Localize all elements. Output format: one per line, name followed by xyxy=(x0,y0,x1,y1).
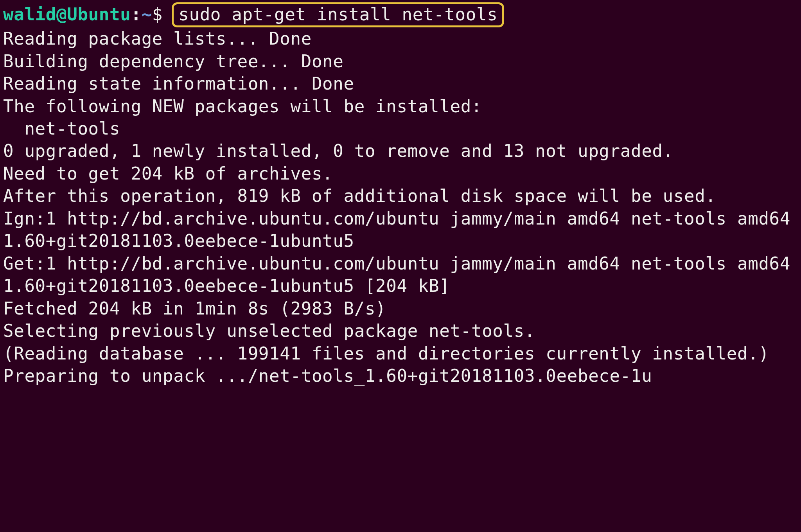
terminal-output: Reading package lists... Done Building d… xyxy=(3,29,801,386)
command-text: sudo apt-get install net-tools xyxy=(178,4,497,24)
command-highlight-box: sudo apt-get install net-tools xyxy=(172,2,504,27)
terminal[interactable]: walid@Ubuntu:~$ sudo apt-get install net… xyxy=(0,0,801,532)
prompt-colon: : xyxy=(131,4,141,24)
prompt-host: Ubuntu xyxy=(67,4,131,24)
prompt-dollar: $ xyxy=(152,4,173,24)
prompt-at: @ xyxy=(56,4,67,24)
prompt-user: walid xyxy=(3,4,56,24)
prompt-path: ~ xyxy=(142,4,152,24)
